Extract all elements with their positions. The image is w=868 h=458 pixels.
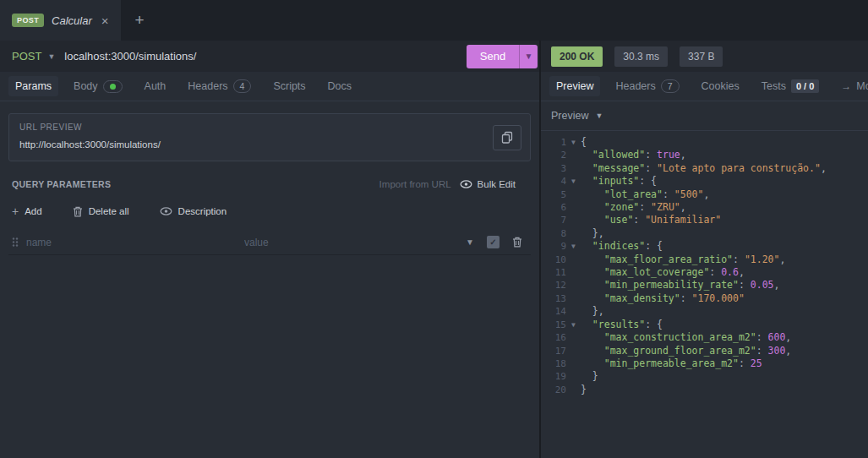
response-panel: 200 OK 30.3 ms 337 B PreviewHeaders7Cook… <box>541 41 868 458</box>
headers-count-badge: 7 <box>661 79 680 93</box>
line-number: 14 <box>541 305 566 318</box>
param-value-input[interactable] <box>244 237 466 248</box>
url-input[interactable]: localhost:3000/simulations/ <box>64 50 196 63</box>
code-line: 17 "max_ground_floor_area_m2": 300, <box>541 345 868 357</box>
fold-arrow-icon[interactable]: ▼ <box>566 319 581 331</box>
line-number: 10 <box>541 254 566 266</box>
request-tab-scripts[interactable]: Scripts <box>266 76 312 96</box>
code-text: "allowed": true, <box>581 149 686 161</box>
code-line: 1▼{ <box>541 136 868 149</box>
request-tab-body-label: Body <box>74 80 98 92</box>
method-selector[interactable]: POST <box>12 50 41 63</box>
line-number: 3 <box>541 162 566 175</box>
code-line: 3 "message": "Lote apto para construção.… <box>541 162 868 175</box>
code-text: }, <box>581 305 604 318</box>
code-line: 12 "min_permeability_rate": 0.05, <box>541 279 868 292</box>
fold-gutter <box>566 305 581 318</box>
line-number: 6 <box>541 201 566 214</box>
bulk-edit-button[interactable]: Bulk Edit <box>460 179 516 189</box>
request-tab-params[interactable]: Params <box>8 76 58 96</box>
copy-icon <box>501 131 513 144</box>
line-number: 15 <box>541 319 566 331</box>
param-actions-row: + Add Delete all <box>8 205 531 217</box>
line-number: 9 <box>541 240 566 253</box>
param-name-input[interactable] <box>26 237 244 248</box>
fold-gutter <box>566 162 581 175</box>
fold-gutter <box>566 254 581 266</box>
description-toggle-button[interactable]: Description <box>160 206 227 216</box>
request-tab-docs[interactable]: Docs <box>321 76 358 96</box>
code-text: "message": "Lote apto para construção.", <box>581 162 827 175</box>
fold-arrow-icon[interactable]: ▼ <box>566 136 581 149</box>
code-text: "min_permeability_rate": 0.05, <box>581 279 779 292</box>
params-pane: URL PREVIEW http://localhost:3000/simula… <box>0 101 539 458</box>
copy-url-button[interactable] <box>493 125 521 150</box>
bulk-edit-label: Bulk Edit <box>478 179 516 189</box>
code-text: "min_permeable_area_m2": 25 <box>581 357 762 370</box>
line-number: 20 <box>541 384 566 396</box>
drag-handle-icon[interactable] <box>12 237 19 248</box>
line-number: 17 <box>541 345 566 357</box>
chevron-down-icon[interactable]: ▼ <box>47 52 55 61</box>
send-options-arrow[interactable]: ▼ <box>519 45 538 68</box>
response-tab-preview[interactable]: Preview <box>549 76 600 96</box>
request-tab-title: Calcular <box>52 14 92 27</box>
fold-gutter <box>566 188 581 201</box>
request-panel: POST ▼ localhost:3000/simulations/ Send … <box>0 41 539 458</box>
response-tab-preview-label: Preview <box>556 80 593 92</box>
request-tab-auth[interactable]: Auth <box>138 76 173 96</box>
delete-all-label: Delete all <box>89 206 129 216</box>
close-icon[interactable]: × <box>101 14 109 27</box>
code-text: "max_construction_area_m2": 600, <box>581 331 791 344</box>
fold-gutter <box>566 357 581 370</box>
response-tab-headers-label: Headers <box>615 80 655 92</box>
fold-arrow-icon[interactable]: ▼ <box>566 175 581 188</box>
open-request-tab[interactable]: POST Calcular × <box>0 0 121 41</box>
line-number: 7 <box>541 214 566 226</box>
response-tab-tests[interactable]: Tests0 / 0 <box>755 75 827 97</box>
line-number: 18 <box>541 357 566 370</box>
delete-all-button[interactable]: Delete all <box>73 206 129 217</box>
chevron-down-icon[interactable]: ▼ <box>466 237 474 247</box>
request-tab-body[interactable]: Body <box>67 76 129 97</box>
response-body-viewer: 1▼{2 "allowed": true,3 "message": "Lote … <box>541 131 868 458</box>
fold-gutter <box>566 292 581 305</box>
url-preview-label: URL PREVIEW <box>19 123 520 132</box>
param-enabled-checkbox[interactable]: ✓ <box>487 236 500 248</box>
body-dot-badge <box>103 80 123 93</box>
trash-icon <box>73 206 83 217</box>
add-label: Add <box>25 206 41 216</box>
fold-gutter <box>566 279 581 292</box>
code-text: "results": { <box>581 319 663 331</box>
response-view-selector[interactable]: Preview ▼ <box>541 101 868 131</box>
code-text: "max_ground_floor_area_m2": 300, <box>581 345 791 357</box>
code-text: "max_density": "170.000" <box>581 292 745 305</box>
param-row: ▼ ✓ <box>8 230 531 255</box>
send-button[interactable]: Send ▼ <box>467 45 538 68</box>
description-label: Description <box>178 206 227 216</box>
code-text: "zone": "ZRU", <box>581 201 686 214</box>
response-tab-headers[interactable]: Headers7 <box>609 75 685 97</box>
request-tab-headers[interactable]: Headers4 <box>181 75 258 97</box>
add-param-button[interactable]: + Add <box>12 205 42 217</box>
code-line: 14 }, <box>541 305 868 318</box>
code-text: "use": "Unifamiliar" <box>581 214 721 226</box>
arrow-right-icon: → <box>841 80 851 92</box>
line-number: 4 <box>541 175 566 188</box>
url-preview-value: http://localhost:3000/simulations/ <box>19 139 520 150</box>
tests-count-badge: 0 / 0 <box>791 79 819 93</box>
fold-gutter <box>566 331 581 344</box>
import-from-url-button[interactable]: Import from URL <box>379 179 451 189</box>
line-number: 16 <box>541 331 566 344</box>
request-tab-scripts-label: Scripts <box>273 80 305 92</box>
response-tab-mock[interactable]: →Mock <box>834 76 868 96</box>
new-tab-button[interactable]: + <box>121 0 159 41</box>
delete-row-trash-icon[interactable] <box>512 237 522 248</box>
fold-gutter <box>566 370 581 383</box>
eye-icon <box>160 207 172 215</box>
line-number: 5 <box>541 188 566 201</box>
code-text: } <box>581 384 587 396</box>
response-tab-cookies[interactable]: Cookies <box>695 76 746 96</box>
request-tab-params-label: Params <box>15 80 52 92</box>
fold-arrow-icon[interactable]: ▼ <box>566 240 581 253</box>
